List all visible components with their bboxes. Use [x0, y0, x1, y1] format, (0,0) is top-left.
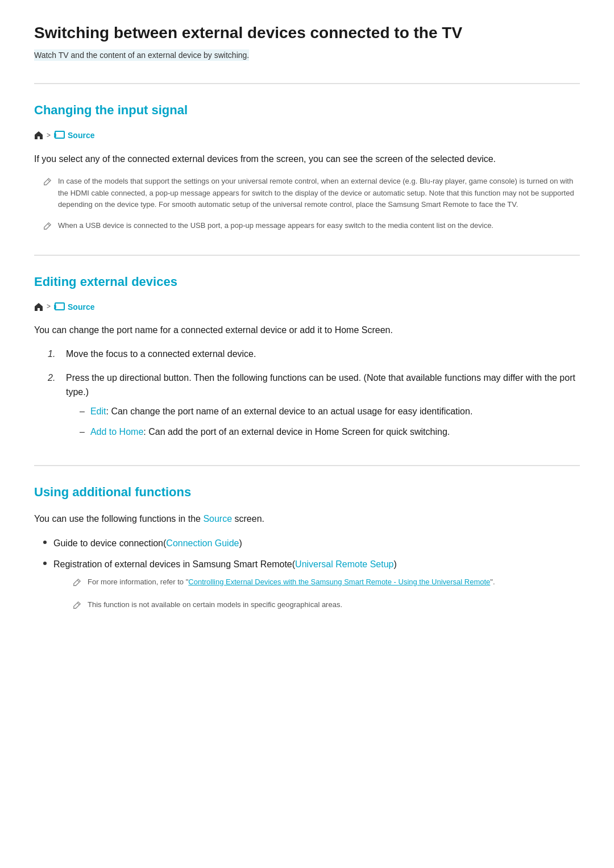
section-title-additional-functions: Using additional functions	[34, 482, 580, 502]
section-divider-1	[34, 83, 580, 84]
bullet-2-text-end: )	[394, 559, 397, 569]
breadcrumb-changing-input: > Source	[34, 129, 580, 142]
pencil-icon-sub-1	[73, 578, 81, 590]
bullet-text-1: Guide to device connection(Connection Gu…	[53, 536, 242, 551]
page-subtitle: Watch TV and the content of an external …	[34, 49, 249, 61]
body-text-editing-devices: You can change the port name for a conne…	[34, 322, 580, 338]
sub-note-1-end: ".	[490, 578, 495, 586]
step-2: 2. Press the up directional button. Then…	[48, 371, 580, 445]
section-divider-2	[34, 255, 580, 256]
breadcrumb-editing-devices: > Source	[34, 301, 580, 313]
pencil-icon-sub-2	[73, 600, 81, 613]
bullet-item-universal-remote: Registration of external devices in Sams…	[43, 557, 580, 622]
sub-notes-list: For more information, refer to "Controll…	[64, 576, 495, 613]
breadcrumb-source[interactable]: Source	[54, 129, 94, 142]
breadcrumb-source-label: Source	[68, 129, 94, 142]
connection-guide-link[interactable]: Connection Guide	[166, 538, 239, 548]
step-text-1: Move the focus to a connected external d…	[66, 347, 256, 362]
section-editing-devices: Editing external devices > Source You ca…	[34, 272, 580, 445]
bullet-2-text-start: Registration of external devices in Sams…	[53, 559, 295, 569]
note-list-changing-input: In case of the models that support the s…	[34, 176, 580, 234]
bullet-dot-1	[43, 541, 47, 544]
sub-item-edit-text: Edit: Can change the port name of an ext…	[90, 404, 472, 419]
body-text-changing-input: If you select any of the connected exter…	[34, 151, 580, 167]
section-title-editing-devices: Editing external devices	[34, 272, 580, 292]
section-divider-3	[34, 465, 580, 466]
source-icon	[54, 131, 65, 140]
source-link-additional[interactable]: Source	[203, 514, 232, 524]
sub-note-2: This function is not available on certai…	[64, 599, 495, 613]
controlling-external-link[interactable]: Controlling External Devices with the Sa…	[188, 578, 490, 586]
breadcrumb-chevron: >	[47, 130, 51, 141]
bullet-list-additional: Guide to device connection(Connection Gu…	[43, 536, 580, 622]
note-text-1: In case of the models that support the s…	[58, 176, 580, 211]
sub-item-add-home: – Add to Home: Can add the port of an ex…	[80, 425, 580, 439]
steps-list: 1. Move the focus to a connected externa…	[48, 347, 580, 445]
section-changing-input: Changing the input signal > Source If yo…	[34, 100, 580, 234]
breadcrumb-source-2[interactable]: Source	[54, 301, 94, 313]
pencil-icon-2	[43, 221, 51, 234]
note-item-2: When a USB device is connected to the US…	[34, 220, 580, 234]
bullet-dot-2	[43, 562, 47, 565]
note-text-2: When a USB device is connected to the US…	[58, 220, 493, 232]
pencil-icon-1	[43, 177, 51, 189]
step-number-2: 2.	[48, 371, 59, 445]
step-2-content: Press the up directional button. Then th…	[66, 371, 580, 445]
body-intro-end: screen.	[232, 514, 264, 524]
page-title: Switching between external devices conne…	[34, 23, 580, 43]
breadcrumb-home-icon-2	[34, 302, 43, 312]
dash-add-home: –	[80, 425, 85, 439]
breadcrumb-home-icon	[34, 131, 43, 140]
sub-note-1: For more information, refer to "Controll…	[64, 576, 495, 590]
section-additional-functions: Using additional functions You can use t…	[34, 482, 580, 622]
home-icon-2	[34, 302, 43, 312]
bullet-1-text-end: )	[239, 538, 242, 548]
edit-link[interactable]: Edit	[90, 406, 106, 416]
edit-text: : Can change the port name of an externa…	[106, 406, 472, 416]
step-number-1: 1.	[48, 347, 59, 362]
body-intro-start: You can use the following functions in t…	[34, 514, 203, 524]
note-item-1: In case of the models that support the s…	[34, 176, 580, 211]
breadcrumb-source-label-2: Source	[68, 301, 94, 313]
step-1: 1. Move the focus to a connected externa…	[48, 347, 580, 362]
sub-note-text-1: For more information, refer to "Controll…	[88, 576, 495, 588]
sub-note-1-start: For more information, refer to "	[88, 578, 188, 586]
sub-item-edit: – Edit: Can change the port name of an e…	[80, 404, 580, 419]
sub-items-list: – Edit: Can change the port name of an e…	[80, 404, 580, 439]
body-text-additional-functions: You can use the following functions in t…	[34, 511, 580, 526]
sub-note-text-2: This function is not available on certai…	[88, 599, 342, 611]
sub-item-add-home-text: Add to Home: Can add the port of an exte…	[90, 425, 450, 439]
bullet-item-connection-guide: Guide to device connection(Connection Gu…	[43, 536, 580, 551]
bullet-1-text-start: Guide to device connection(	[53, 538, 166, 548]
bullet-text-2: Registration of external devices in Sams…	[53, 559, 397, 569]
bullet-2-content: Registration of external devices in Sams…	[53, 557, 495, 622]
add-to-home-link[interactable]: Add to Home	[90, 427, 143, 437]
universal-remote-link[interactable]: Universal Remote Setup	[295, 559, 393, 569]
dash-edit: –	[80, 404, 85, 419]
source-icon-2	[54, 302, 65, 312]
home-icon	[34, 131, 43, 140]
add-home-text: : Can add the port of an external device…	[143, 427, 450, 437]
step-text-2: Press the up directional button. Then th…	[66, 373, 575, 397]
section-title-changing-input: Changing the input signal	[34, 100, 580, 120]
breadcrumb-chevron-2: >	[47, 301, 51, 312]
